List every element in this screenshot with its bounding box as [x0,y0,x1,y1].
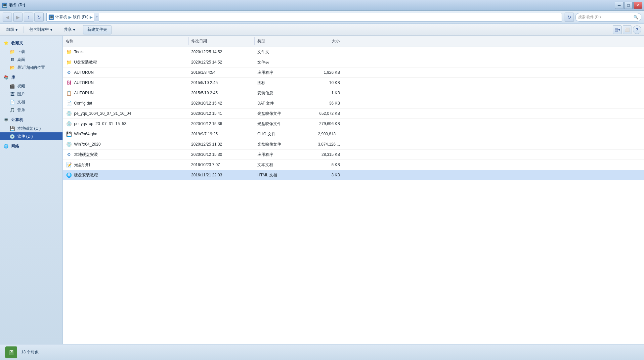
sidebar-item-recent[interactable]: 📂 最近访问的位置 [0,64,63,71]
file-size-cell: 36 KB [301,100,344,107]
docs-label: 文档 [17,99,25,105]
sidebar-header-network[interactable]: 🌐 网络 [0,142,63,151]
up-button[interactable]: ↑ [24,13,33,22]
address-part-drive: 软件 (D:) [73,14,88,20]
address-text: 计算机 ▶ 软件 (D:) ▶ [55,14,93,20]
file-date-cell: 2015/5/10 2:45 [189,90,255,96]
file-type-icon: 💿 [65,110,72,117]
file-name: pe_yqs_1064_20_07_31_16_04 [74,111,131,116]
file-type-icon: ⚙ [65,151,72,158]
file-type-icon: 📁 [65,59,72,66]
file-list[interactable]: 名称 修改日期 类型 大小 📁 Tools 2020/12/25 14:52 文… [63,36,644,344]
table-row[interactable]: 💿 Win7x64_2020 2020/12/25 11:32 光盘映像文件 3… [63,139,644,150]
minimize-button[interactable]: ─ [615,2,623,9]
sidebar-item-video[interactable]: 🎬 视频 [0,82,63,90]
status-icon: 🖥 [5,346,17,358]
file-name: pe_yqs_xp_20_07_31_15_53 [74,121,126,126]
organize-button[interactable]: 组织 ▾ [3,25,21,34]
file-size-cell: 2,900,813 ... [301,131,344,137]
file-name: AUTORUN [74,80,94,85]
sidebar-header-computer[interactable]: 💻 计算机 [0,115,63,124]
table-row[interactable]: 🖼 AUTORUN 2015/5/10 2:45 图标 10 KB [63,78,644,88]
file-type-icon: 💿 [65,120,72,127]
network-icon: 🌐 [3,143,9,150]
file-name-cell: 💿 pe_yqs_xp_20_07_31_15_53 [63,119,189,128]
toolbar-separator-1 [23,26,23,33]
search-bar[interactable]: 搜索 软件 (D:) 🔍 [575,13,641,22]
video-label: 视频 [17,83,25,89]
table-row[interactable]: 📋 AUTORUN 2015/5/10 2:45 安装信息 1 KB [63,88,644,98]
sidebar-header-library[interactable]: 📚 库 [0,73,63,82]
file-size-cell [301,61,344,63]
file-date-cell: 2020/10/12 15:41 [189,110,255,117]
file-name-cell: 📁 Tools [63,48,189,56]
sidebar-item-download[interactable]: 📁 下载 [0,48,63,56]
file-type-icon: ⚙ [65,69,72,76]
include-dropdown-icon: ▾ [50,27,52,32]
sidebar-item-music[interactable]: 🎵 音乐 [0,106,63,114]
table-row[interactable]: ⚙ AUTORUN 2016/1/8 4:54 应用程序 1,926 KB [63,68,644,78]
organize-label: 组织 [6,27,14,32]
forward-button[interactable]: ▶ [13,13,22,22]
address-part-computer: 计算机 [55,14,67,20]
toolbar-separator-3 [81,26,81,33]
file-list-header: 名称 修改日期 类型 大小 [63,36,644,47]
table-row[interactable]: 🌐 硬盘安装教程 2016/11/21 22:03 HTML 文档 3 KB [63,170,644,180]
include-library-button[interactable]: 包含到库中 ▾ [25,25,56,34]
file-name-cell: 💾 Win7x64.gho [63,130,189,138]
table-row[interactable]: 💿 pe_yqs_1064_20_07_31_16_04 2020/10/12 … [63,109,644,119]
close-button[interactable]: ✕ [633,2,642,9]
column-header-type[interactable]: 类型 [255,37,301,45]
sidebar-item-docs[interactable]: 📄 文档 [0,98,63,106]
column-header-date[interactable]: 修改日期 [189,37,255,45]
file-name-cell: 💿 pe_yqs_1064_20_07_31_16_04 [63,109,189,118]
sidebar-item-images[interactable]: 🖼 图片 [0,90,63,98]
file-size-cell [301,51,344,53]
refresh-button[interactable]: ↻ [34,13,44,22]
back-button[interactable]: ◀ [3,13,12,22]
address-dropdown-button[interactable]: ▾ [94,13,99,22]
column-header-size[interactable]: 大小 [301,37,344,45]
table-row[interactable]: 📝 光盘说明 2016/10/23 7:07 文本文档 5 KB [63,160,644,170]
sidebar-item-desktop[interactable]: 🖥 桌面 [0,56,63,64]
file-type-icon: 💿 [65,141,72,148]
table-row[interactable]: ⚙ 本地硬盘安装 2020/10/12 15:30 应用程序 28,315 KB [63,150,644,160]
table-row[interactable]: 📁 U盘安装教程 2020/12/25 14:52 文件夹 [63,57,644,68]
favorites-icon: ⭐ [3,40,9,46]
table-row[interactable]: 📁 Tools 2020/12/25 14:52 文件夹 [63,47,644,57]
sidebar-item-drive-c[interactable]: 💾 本地磁盘 (C:) [0,124,63,132]
file-type-icon: 📁 [65,49,72,55]
sidebar-header-favorites[interactable]: ⭐ 收藏夹 [0,38,63,48]
maximize-button[interactable]: □ [624,2,633,9]
search-icon: 🔍 [633,15,638,20]
file-name: 光盘说明 [74,162,90,168]
title-bar-left: 💻 软件 (D:) [2,2,25,8]
preview-pane-button[interactable]: ⬜ [623,25,631,34]
file-date-cell: 2020/12/25 14:52 [189,59,255,66]
file-name-cell: 💿 Win7x64_2020 [63,140,189,149]
file-date-cell: 2015/5/10 2:45 [189,79,255,86]
address-bar[interactable]: 💻 计算机 ▶ 软件 (D:) ▶ ▾ [46,13,562,22]
music-icon: 🎵 [9,107,15,113]
new-folder-button[interactable]: 新建文件夹 [83,25,111,34]
column-header-name[interactable]: 名称 [63,37,189,45]
network-label: 网络 [11,144,19,149]
help-button[interactable]: ? [633,25,641,34]
share-button[interactable]: 共享 ▾ [60,25,79,34]
drive-d-label: 软件 (D:) [17,134,33,139]
file-name: 本地硬盘安装 [74,152,98,158]
address-refresh-button[interactable]: ↻ [565,13,574,22]
table-row[interactable]: 💿 pe_yqs_xp_20_07_31_15_53 2020/10/12 15… [63,119,644,129]
sidebar-item-drive-d[interactable]: 💿 软件 (D:) [0,132,63,140]
table-row[interactable]: 📄 Config.dat 2020/10/12 15:42 DAT 文件 36 … [63,98,644,109]
svg-text:🖥: 🖥 [8,349,15,356]
share-dropdown-icon: ▾ [73,27,75,32]
toolbar-separator-2 [58,26,58,33]
table-row[interactable]: 💾 Win7x64.gho 2019/9/7 19:25 GHO 文件 2,90… [63,129,644,139]
window-title: 软件 (D:) [9,2,25,8]
file-name: AUTORUN [74,70,94,75]
view-dropdown-button[interactable]: ▤▾ [613,25,622,34]
download-label: 下载 [17,49,25,55]
file-size-cell: 279,696 KB [301,120,344,127]
file-type-icon: 📝 [65,161,72,168]
